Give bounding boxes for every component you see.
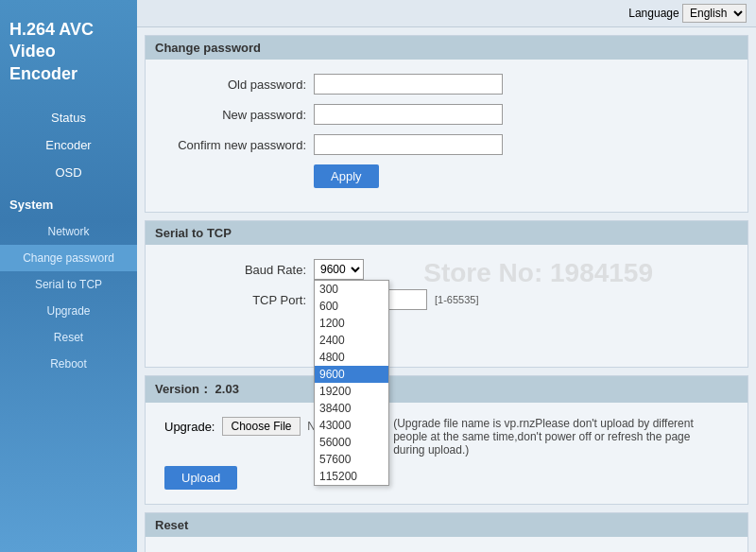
version-section: Version： 2.03 Upgrade: Choose File No fi… xyxy=(145,375,748,505)
baud-option-38400[interactable]: 38400 xyxy=(315,400,388,417)
baud-option-4800[interactable]: 4800 xyxy=(315,349,388,366)
confirm-password-row: Confirm new password: xyxy=(164,134,729,155)
baud-option-19200[interactable]: 19200 xyxy=(315,383,388,400)
serial-to-tcp-section: Serial to TCP Baud Rate: 9600 300 600 12… xyxy=(145,220,748,368)
change-password-apply-button[interactable]: Apply xyxy=(314,164,379,188)
language-select[interactable]: English xyxy=(682,4,747,23)
new-password-input[interactable] xyxy=(314,104,503,125)
reset-section: Reset Click this button to reset all set… xyxy=(145,512,748,552)
baud-rate-label: Baud Rate: xyxy=(164,263,306,277)
sidebar-item-reboot[interactable]: Reboot xyxy=(0,351,137,377)
baud-option-9600[interactable]: 9600 xyxy=(315,366,388,383)
upgrade-label: Upgrade: xyxy=(164,417,215,434)
baud-rate-row: Baud Rate: 9600 300 600 1200 2400 4800 9… xyxy=(164,259,729,280)
upload-button-row: Upload xyxy=(164,466,729,490)
baud-rate-select[interactable]: 9600 xyxy=(314,259,364,280)
old-password-label: Old password: xyxy=(164,78,306,92)
choose-file-button[interactable]: Choose File xyxy=(222,417,300,436)
old-password-row: Old password: xyxy=(164,74,729,95)
tcp-port-label: TCP Port: xyxy=(164,293,306,307)
change-password-apply-row: Apply xyxy=(164,164,729,188)
change-password-body: Old password: New password: Confirm new … xyxy=(146,60,747,212)
baud-option-56000[interactable]: 56000 xyxy=(315,434,388,451)
upload-note: (Upgrade file name is vp.rnzPlease don't… xyxy=(393,417,724,457)
new-password-row: New password: xyxy=(164,104,729,125)
reset-body: Click this button to reset all settings … xyxy=(146,537,747,552)
baud-option-57600[interactable]: 57600 xyxy=(315,451,388,468)
baud-option-2400[interactable]: 2400 xyxy=(315,332,388,349)
sidebar-item-upgrade[interactable]: Upgrade xyxy=(0,298,137,324)
confirm-password-label: Confirm new password: xyxy=(164,138,306,152)
upload-button[interactable]: Upload xyxy=(164,466,237,490)
sidebar-item-status[interactable]: Status xyxy=(0,104,137,131)
version-body: Upgrade: Choose File No file chosen (Upg… xyxy=(146,403,747,504)
logo-line1: H.264 AVC xyxy=(9,20,94,39)
language-label: Language xyxy=(628,7,679,20)
logo-line2: Video Encoder xyxy=(9,42,77,82)
sidebar-item-reset[interactable]: Reset xyxy=(0,324,137,351)
tcp-port-row: TCP Port: [1-65535] xyxy=(164,289,729,310)
upload-row: Upgrade: Choose File No file chosen (Upg… xyxy=(164,417,729,457)
tcp-port-note: [1-65535] xyxy=(435,294,478,305)
serial-to-tcp-body: Baud Rate: 9600 300 600 1200 2400 4800 9… xyxy=(146,245,747,367)
version-title: Version： 2.03 xyxy=(146,376,747,403)
sidebar-item-encoder[interactable]: Encoder xyxy=(0,131,137,159)
old-password-input[interactable] xyxy=(314,74,503,95)
sidebar-nav: Status Encoder OSD System Network Change… xyxy=(0,104,137,377)
change-password-title: Change password xyxy=(146,36,747,60)
sidebar-item-network[interactable]: Network xyxy=(0,218,137,245)
sidebar: H.264 AVC Video Encoder Status Encoder O… xyxy=(0,0,137,552)
baud-option-43000[interactable]: 43000 xyxy=(315,417,388,434)
change-password-section: Change password Old password: New passwo… xyxy=(145,35,748,213)
serial-apply-row: Apply - xyxy=(164,319,729,343)
baud-rate-dropdown-list: 300 600 1200 2400 4800 9600 19200 38400 … xyxy=(314,280,389,486)
baud-rate-dropdown-container: 9600 300 600 1200 2400 4800 9600 19200 3… xyxy=(314,259,364,280)
baud-option-115200[interactable]: 115200 xyxy=(315,468,388,485)
new-password-label: New password: xyxy=(164,108,306,122)
serial-to-tcp-title: Serial to TCP xyxy=(146,221,747,245)
main-content: Language English Store No: 1984159 Chang… xyxy=(137,0,756,552)
sidebar-item-osd[interactable]: OSD xyxy=(0,159,137,186)
baud-option-1200[interactable]: 1200 xyxy=(315,315,388,332)
logo: H.264 AVC Video Encoder xyxy=(0,9,137,104)
baud-option-600[interactable]: 600 xyxy=(315,298,388,315)
confirm-password-input[interactable] xyxy=(314,134,503,155)
sidebar-section-system: System xyxy=(0,191,137,218)
baud-option-300[interactable]: 300 xyxy=(315,281,388,298)
top-bar: Language English xyxy=(137,0,756,27)
sidebar-item-serial-to-tcp[interactable]: Serial to TCP xyxy=(0,271,137,298)
reset-title: Reset xyxy=(146,513,747,537)
sidebar-item-change-password[interactable]: Change password xyxy=(0,245,137,271)
